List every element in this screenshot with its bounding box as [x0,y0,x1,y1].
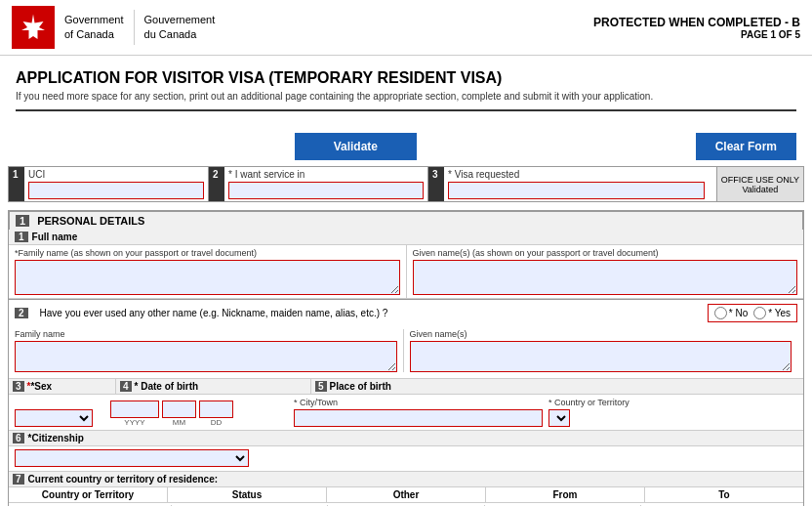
visa-field-num: 3 [428,167,444,201]
page-subtitle: If you need more space for any section, … [16,91,796,102]
row-4-num: 4 [120,381,132,392]
page-title: APPLICATION FOR VISITOR VISA (TEMPORARY … [16,69,796,87]
dob-inputs: YYYY MM DD [110,401,286,427]
row-6-header: 6 *Citizenship [9,431,803,446]
title-section: APPLICATION FOR VISITOR VISA (TEMPORARY … [0,56,812,127]
country-label: * Country or Territory [548,398,629,407]
office-use-label: OFFICE USE ONLY [721,175,799,185]
row-3-header: 3 **Sex 4 * Date of birth 5 Place of bir… [9,379,803,395]
col-country-header: Country or Territory [9,487,168,502]
gov-fr-line2: du Canada [144,27,216,42]
canada-flag [12,6,55,49]
other-name-fields-row: Family name Given name(s) [9,326,803,378]
city-country-row: * City/Town * Country or Territory [294,398,797,427]
city-input[interactable] [294,409,543,427]
col-status-header: Status [168,487,327,502]
service-field-num: 2 [209,167,224,201]
button-row: Validate Clear Form [0,127,812,166]
service-field: 2 * I want service in [209,167,428,201]
family-name-input[interactable] [15,260,400,295]
name-row: *Family name (as shown on your passport … [9,245,803,299]
uci-field-content: UCI [24,167,208,201]
given-name-col: Given name(s) (as shown on your passport… [407,245,804,298]
visa-label: * Visa requested [448,169,712,180]
given-name-input[interactable] [413,260,798,295]
service-select[interactable] [228,182,424,199]
gov-en-line2: of Canada [64,27,124,42]
row-6-input-row [9,446,803,471]
city-field: * City/Town [294,398,543,427]
uci-field: 1 UCI [9,167,209,201]
dob-header: 4 * Date of birth [116,379,311,394]
other-family-label: Family name [15,329,397,339]
row-6-num: 6 [13,433,24,443]
citizenship-label: *Citizenship [28,433,84,443]
family-name-label: *Family name (as shown on your passport … [15,248,400,258]
sex-label: **Sex [27,381,53,392]
yes-option[interactable]: * Yes [753,307,791,319]
page-header: Government of Canada Gouvernement du Can… [0,0,812,56]
col-from-header: From [486,487,645,502]
visa-select[interactable] [448,182,705,199]
sex-select[interactable] [15,409,93,427]
other-name-question-text: Have you ever used any other name (e.g. … [40,308,700,318]
place-header: 5 Place of birth [311,379,803,394]
office-use-box: OFFICE USE ONLY Validated [717,167,803,201]
row-1-num: 1 [15,232,28,242]
country-field: * Country or Territory [548,398,797,427]
row-1-label: 1 Full name [9,230,803,245]
uci-label: UCI [28,169,204,180]
dob-mm-input[interactable] [162,401,196,418]
uci-input[interactable] [28,182,204,199]
other-family-input[interactable] [15,341,397,372]
country-select[interactable] [548,409,570,427]
dob-dd-input[interactable] [199,401,233,418]
no-option[interactable]: * No [714,307,748,319]
header-left: Government of Canada Gouvernement du Can… [12,6,215,49]
maple-leaf-icon [19,13,48,42]
row-3-inputs: YYYY MM DD [9,395,803,430]
row-1-fullname: 1 Full name *Family name (as shown on yo… [9,230,803,300]
form-area: 1 UCI 2 * I want service in 3 * Visa req… [0,166,812,506]
validate-button[interactable]: Validate [295,133,417,160]
dob-mm-part: MM [162,401,196,427]
family-name-col: *Family name (as shown on your passport … [9,245,407,298]
row-7-header: 7 Current country or territory of reside… [9,472,803,487]
col-to-header: To [645,487,803,502]
gov-fr-line1: Gouvernement [144,13,216,27]
row-6-section: 6 *Citizenship [9,431,803,472]
other-given-input[interactable] [410,341,792,372]
personal-details-num: 1 [16,215,29,227]
yes-radio[interactable] [753,307,766,319]
visa-field: 3 * Visa requested [428,167,717,201]
other-given-col: Given name(s) [404,329,798,372]
no-radio[interactable] [714,307,727,319]
svg-marker-0 [21,15,45,40]
row-3-section: 3 **Sex 4 * Date of birth 5 Place of bir… [9,379,803,431]
other-name-question-row: 2 Have you ever used any other name (e.g… [9,300,803,326]
place-label: Place of birth [330,381,391,392]
dob-field: YYYY MM DD [110,401,286,427]
title-divider [16,109,796,111]
service-field-content: * I want service in [224,167,427,201]
clear-form-button[interactable]: Clear Form [696,133,796,160]
row-2-num: 2 [15,308,28,318]
dob-label: * Date of birth [135,381,199,392]
row-7-num: 7 [13,474,24,485]
visa-field-content: * Visa requested [444,167,716,201]
dob-yyyy-label: YYYY [124,418,144,427]
citizenship-select[interactable] [15,449,249,467]
other-family-col: Family name [15,329,404,372]
col-other-header: Other [327,487,486,502]
sex-header: 3 **Sex [9,379,116,394]
top-fields-row: 1 UCI 2 * I want service in 3 * Visa req… [8,166,804,202]
dob-yyyy-input[interactable] [110,401,159,418]
uci-field-num: 1 [9,167,24,201]
row-7-section: 7 Current country or territory of reside… [9,472,803,506]
row-5-num: 5 [315,381,327,392]
row-1-title: Full name [32,232,78,242]
row-7-label: Current country or territory of residenc… [28,474,218,485]
yes-label: * Yes [768,308,791,318]
personal-details-title: PERSONAL DETAILS [37,215,144,227]
city-label: * City/Town [294,398,543,407]
